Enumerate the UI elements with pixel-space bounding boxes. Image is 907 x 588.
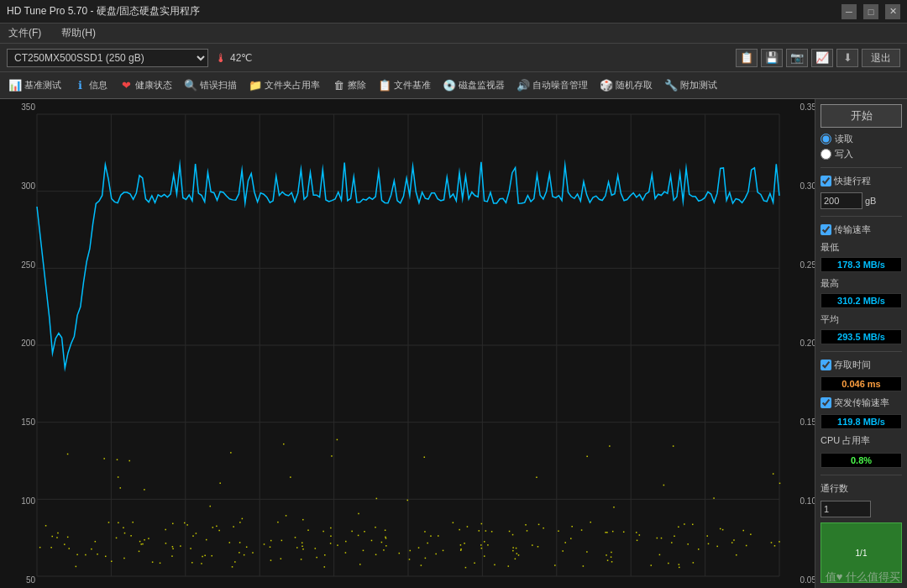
drive-select[interactable]: CT250MX500SSD1 (250 gB): [7, 49, 208, 67]
tool-benchmark[interactable]: 📊 基准测试: [3, 77, 66, 94]
burst-stat: 119.8 MB/s: [820, 414, 902, 429]
gb-row: gB: [820, 192, 902, 209]
max-stat: 最高 310.2 MB/s: [820, 277, 902, 308]
max-label: 最高: [820, 277, 902, 290]
min-value: 178.3 MB/s: [820, 257, 902, 272]
write-label: 写入: [835, 148, 853, 160]
tool-health[interactable]: ❤ 健康状态: [114, 77, 177, 94]
error-icon: 🔍: [184, 79, 197, 92]
divider-3: [820, 351, 902, 352]
folder-icon: 📁: [249, 79, 262, 92]
random-icon: 🎲: [600, 79, 613, 92]
toolbar: 📊 基准测试 ℹ 信息 ❤ 健康状态 🔍 错误扫描 📁 文件夹占用率 🗑 擦除 …: [0, 72, 907, 99]
read-label: 读取: [835, 133, 853, 145]
transfer-label: 传输速率: [834, 223, 871, 236]
min-stat: 最低 178.3 MB/s: [820, 241, 902, 272]
write-radio[interactable]: [820, 149, 831, 160]
download-icon-btn[interactable]: ⬇: [836, 49, 858, 67]
quick-checkbox[interactable]: [820, 176, 831, 186]
tool-erase[interactable]: 🗑 擦除: [327, 77, 371, 94]
copy-icon-btn[interactable]: 📋: [736, 49, 758, 67]
menu-help[interactable]: 帮助(H): [58, 24, 99, 42]
close-button[interactable]: ✕: [885, 4, 900, 19]
thermometer-icon: 🌡: [215, 51, 227, 65]
access-time-value: 0.046 ms: [820, 376, 902, 391]
access-checkbox[interactable]: [820, 360, 831, 370]
disk-icon: 💿: [443, 79, 456, 92]
drivebar: CT250MX500SSD1 (250 gB) 🌡 42℃ 📋 💾 📷 📈 ⬇ …: [0, 44, 907, 72]
access-stat: 0.046 ms: [820, 376, 902, 391]
extra-icon: 🔧: [664, 79, 678, 92]
filebench-icon: 📋: [378, 79, 391, 92]
tool-autonoise[interactable]: 🔊 自动噪音管理: [511, 77, 593, 94]
avg-label: 平均: [820, 313, 902, 326]
gb-unit: gB: [865, 196, 876, 206]
divider-2: [820, 216, 902, 217]
divider-1: [820, 167, 902, 168]
burst-label-row[interactable]: 突发传输速率: [820, 396, 902, 409]
access-time-label: 存取时间: [834, 359, 871, 371]
main-content: 350 300 250 200 150 100 50 0.35 0.30 0.2…: [0, 99, 907, 588]
transfer-label-row[interactable]: 传输速率: [820, 223, 902, 236]
menu-file[interactable]: 文件(F): [5, 24, 45, 42]
pass-label: 通行数: [820, 482, 902, 495]
read-radio[interactable]: [820, 134, 831, 144]
tool-error[interactable]: 🔍 错误扫描: [179, 77, 242, 94]
access-label-row[interactable]: 存取时间: [820, 359, 902, 371]
chart-icon-btn[interactable]: 📈: [811, 49, 833, 67]
avg-value: 293.5 MB/s: [820, 329, 902, 344]
chart-area: 350 300 250 200 150 100 50 0.35 0.30 0.2…: [0, 99, 815, 588]
quick-value-input[interactable]: [820, 192, 862, 209]
app-title: HD Tune Pro 5.70 - 硬盘/固态硬盘实用程序: [7, 4, 841, 18]
transfer-checkbox[interactable]: [820, 224, 831, 235]
benchmark-chart: [0, 99, 815, 588]
burst-checkbox[interactable]: [820, 397, 831, 408]
camera-icon-btn[interactable]: 📷: [786, 49, 808, 67]
info-icon: ℹ: [73, 79, 87, 92]
pass-row: [820, 501, 902, 517]
burst-label: 突发传输速率: [834, 396, 889, 409]
pass-indicator: 1/1: [820, 522, 902, 583]
right-panel: 开始 读取 写入 快捷行程 gB 传输速率 最低 1: [815, 99, 907, 588]
temperature-value: 42℃: [230, 52, 252, 64]
cpu-value: 0.8%: [820, 453, 902, 468]
quick-label-row[interactable]: 快捷行程: [820, 175, 902, 187]
read-write-group: 读取 写入: [820, 133, 902, 160]
exit-button[interactable]: 退出: [862, 49, 900, 67]
tool-randaccess[interactable]: 🎲 随机存取: [595, 77, 658, 94]
read-radio-row[interactable]: 读取: [820, 133, 902, 145]
tool-info[interactable]: ℹ 信息: [68, 77, 113, 94]
minimize-button[interactable]: ─: [841, 4, 857, 19]
avg-stat: 平均 293.5 MB/s: [820, 313, 902, 344]
divider-4: [820, 475, 902, 475]
tool-diskmon[interactable]: 💿 磁盘监视器: [438, 77, 510, 94]
noise-icon: 🔊: [516, 79, 530, 92]
start-button[interactable]: 开始: [820, 104, 902, 128]
burst-value: 119.8 MB/s: [820, 414, 902, 429]
save-icon-btn[interactable]: 💾: [761, 49, 783, 67]
temperature-display: 🌡 42℃: [215, 51, 252, 65]
tool-fileocc[interactable]: 📁 文件夹占用率: [244, 77, 325, 94]
menubar: 文件(F) 帮助(H): [0, 24, 907, 44]
toolbar-icons: 📋 💾 📷 📈 ⬇ 退出: [736, 49, 900, 67]
pass-input[interactable]: [820, 501, 871, 517]
tool-extra[interactable]: 🔧 附加测试: [659, 77, 722, 94]
quick-label: 快捷行程: [834, 175, 871, 187]
erase-icon: 🗑: [332, 79, 345, 92]
tool-filebench[interactable]: 📋 文件基准: [373, 77, 436, 94]
cpu-label: CPU 占用率: [820, 434, 902, 447]
min-label: 最低: [820, 241, 902, 254]
cpu-stat: 0.8%: [820, 453, 902, 468]
health-icon: ❤: [119, 79, 133, 92]
titlebar: HD Tune Pro 5.70 - 硬盘/固态硬盘实用程序 ─ □ ✕: [0, 0, 907, 24]
benchmark-icon: 📊: [8, 79, 22, 92]
write-radio-row[interactable]: 写入: [820, 148, 902, 160]
maximize-button[interactable]: □: [863, 4, 878, 19]
max-value: 310.2 MB/s: [820, 293, 902, 308]
window-controls: ─ □ ✕: [841, 4, 900, 19]
